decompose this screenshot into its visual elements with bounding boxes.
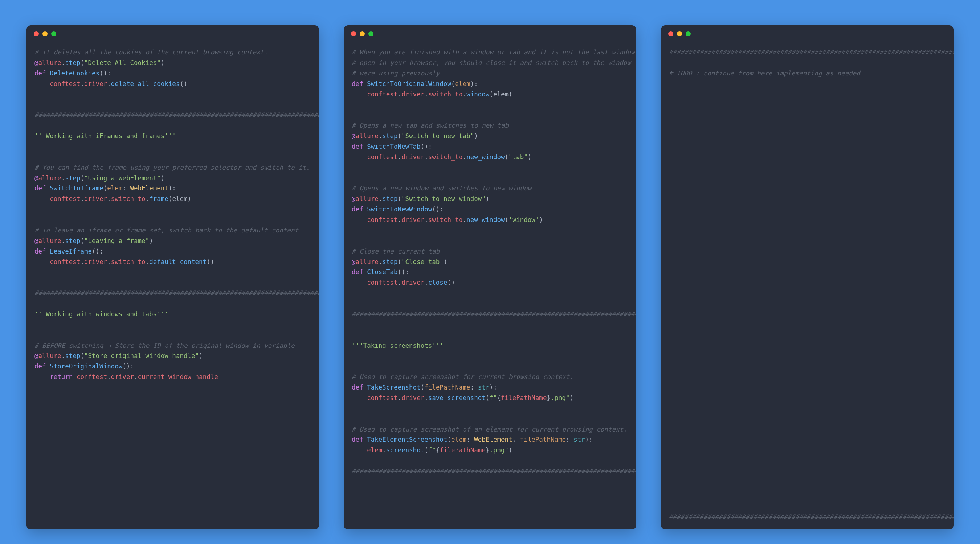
code-line: ########################################… [35,110,311,121]
code-line: # TODO : continue from here implementing… [669,68,945,79]
code-line [35,319,311,330]
code-line: @allure.step("Store original window hand… [35,351,311,361]
maximize-icon[interactable] [686,31,691,36]
code-line: # open in your browser, you should close… [352,58,628,68]
code-line [669,58,945,68]
code-line: # Used to capture screenshot for current… [352,372,628,382]
code-line [35,99,311,110]
code-line [352,319,628,330]
code-line [35,267,311,278]
code-line: # Close the current tab [352,246,628,257]
code-line [352,361,628,372]
maximize-icon[interactable] [368,31,374,36]
code-area-middle[interactable]: # When you are finished with a window or… [344,42,636,487]
code-line [35,298,311,309]
maximize-icon[interactable] [51,31,56,36]
editor-window-left: # It deletes all the cookies of the curr… [27,25,319,530]
code-line: def CloseTab(): [352,267,628,278]
code-line [35,89,311,100]
close-icon[interactable] [34,31,39,36]
code-line [35,215,311,225]
minimize-icon[interactable] [677,31,682,36]
code-line: ########################################… [352,309,628,319]
titlebar [661,25,953,42]
code-line [35,152,311,162]
code-line: ########################################… [35,288,311,298]
divider-comment: ########################################… [669,513,953,520]
code-area-right-bottom[interactable]: ########################################… [661,512,953,530]
code-line: conftest.driver.switch_to.frame(elem) [35,193,311,204]
code-area-left[interactable]: # It deletes all the cookies of the curr… [27,42,319,393]
code-line [35,141,311,152]
minimize-icon[interactable] [360,31,365,36]
code-line: '''Working with windows and tabs''' [35,309,311,319]
code-line: @allure.step("Using a WebElement") [35,173,311,184]
code-line [35,330,311,341]
code-line [35,278,311,288]
code-line: @allure.step("Switch to new tab") [352,131,628,141]
editor-window-right: ########################################… [661,25,953,530]
minimize-icon[interactable] [43,31,48,36]
code-line: ########################################… [669,47,945,58]
code-line: def SwitchToIframe(elem: WebElement): [35,183,311,193]
code-line: conftest.driver.save_screenshot(f"{fileP… [352,393,628,403]
code-line: elem.screenshot(f"{filePathName}.png") [352,445,628,455]
code-line [352,110,628,121]
code-line: # Opens a new window and switches to new… [352,183,628,193]
close-icon[interactable] [351,31,356,36]
code-line [352,403,628,414]
code-line: @allure.step("Leaving a frame") [35,236,311,246]
code-line: @allure.step("Switch to new window") [352,193,628,204]
code-line: # were using previously [352,68,628,79]
code-line: def SwitchToOriginalWindow(elem): [352,79,628,89]
code-line: '''Working with iFrames and frames''' [35,131,311,141]
code-line: # Used to capture screenshot of an eleme… [352,424,628,435]
code-line [352,455,628,466]
code-line: '''Taking screenshots''' [352,341,628,351]
code-line: # Opens a new tab and switches to new ta… [352,121,628,131]
code-line [352,351,628,361]
code-line [352,99,628,110]
titlebar [27,25,319,42]
code-line: # You can find the frame using your pref… [35,162,311,173]
code-line: # BEFORE switching → Store the ID of the… [35,341,311,351]
code-line: def StoreOriginalWindow(): [35,361,311,372]
code-line [352,414,628,424]
code-line [352,330,628,341]
code-line: conftest.driver.switch_to.new_window("ta… [352,152,628,162]
code-area-right[interactable]: ########################################… [661,42,953,512]
code-line: conftest.driver.switch_to.window(elem) [352,89,628,100]
code-line [352,288,628,298]
code-line [352,236,628,246]
code-line: # To leave an iframe or frame set, switc… [35,225,311,236]
code-line: return conftest.driver.current_window_ha… [35,372,311,382]
code-line: def LeaveIframe(): [35,246,311,257]
code-line: def TakeElementScreenshot(elem: WebEleme… [352,435,628,445]
code-line: conftest.driver.switch_to.new_window('wi… [352,215,628,225]
code-line [352,225,628,236]
code-line: def SwitchToNewWindow(): [352,204,628,215]
code-line: def DeleteCookies(): [35,68,311,79]
code-line [35,204,311,215]
code-line: @allure.step("Close tab") [352,257,628,267]
editor-window-middle: # When you are finished with a window or… [344,25,636,530]
titlebar [344,25,636,42]
code-line [352,298,628,309]
code-line: # It deletes all the cookies of the curr… [35,47,311,58]
code-line [35,121,311,131]
close-icon[interactable] [668,31,673,36]
code-line: # When you are finished with a window or… [352,47,628,58]
code-line: conftest.driver.delete_all_cookies() [35,79,311,89]
code-line: @allure.step("Delete All Cookies") [35,58,311,68]
code-line [352,162,628,173]
code-line: def TakeScreenshot(filePathName: str): [352,382,628,393]
code-line: ########################################… [352,466,628,477]
code-line [352,173,628,184]
code-line: conftest.driver.switch_to.default_conten… [35,257,311,267]
code-line: conftest.driver.close() [352,278,628,288]
code-line: def SwitchToNewTab(): [352,141,628,152]
